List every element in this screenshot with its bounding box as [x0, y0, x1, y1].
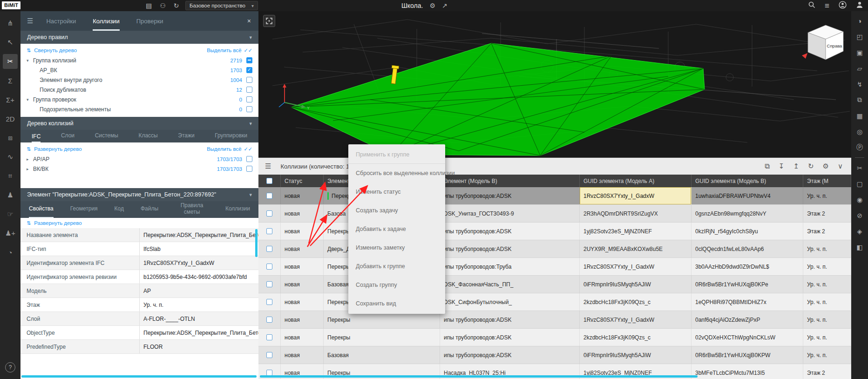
divider[interactable]: [855, 157, 864, 158]
volumes-icon[interactable]: ⧉: [854, 94, 866, 106]
select-icon[interactable]: ↖: [3, 35, 18, 50]
rules-tree-row[interactable]: ▾ Группа проверок 0: [20, 95, 258, 104]
expand-arrow-icon[interactable]: ▾: [27, 58, 33, 63]
context-menu-item[interactable]: Применить к группе: [348, 145, 445, 164]
settings-icon[interactable]: ⚙: [823, 162, 829, 170]
section-collision-tree[interactable]: Дерево коллизий ▾: [20, 117, 258, 130]
row-checkbox[interactable]: [266, 299, 272, 305]
element-tab[interactable]: Код: [115, 201, 124, 218]
rule-checkbox[interactable]: [246, 87, 252, 93]
context-menu-item[interactable]: Сбросить все выделенные коллизии: [348, 164, 445, 183]
users-add-icon[interactable]: ♟+: [3, 226, 18, 241]
row-checkbox[interactable]: [266, 334, 272, 340]
transparent-icon[interactable]: ◧: [854, 241, 866, 253]
context-menu-item[interactable]: Добавить к группе: [348, 257, 445, 276]
table-row[interactable]: новая Перекры ипы трубопроводов:ADSK 1Rv…: [258, 187, 851, 205]
collapse-icon[interactable]: ∨: [838, 162, 843, 170]
checks-icon[interactable]: Σ: [3, 73, 18, 88]
col-header-element-b[interactable]: Элемент (Модель B): [440, 175, 580, 187]
collision-tree-tab[interactable]: Классы: [138, 132, 157, 142]
select-all-link[interactable]: Выделить всё: [207, 146, 241, 152]
horizontal-scrollbar[interactable]: [260, 375, 698, 378]
collision-tree-tab[interactable]: Слои: [61, 132, 75, 142]
select-all-link[interactable]: Выделить всё: [207, 47, 241, 53]
col-header-guid-a[interactable]: GUID элемента (Модель A): [580, 175, 692, 187]
dashboard-icon[interactable]: ◔: [3, 245, 18, 260]
context-menu-item[interactable]: Изменить заметку: [348, 238, 445, 257]
focus-icon[interactable]: ◎: [854, 126, 866, 137]
element-tab[interactable]: Геометрия: [70, 201, 98, 218]
row-checkbox[interactable]: [266, 352, 272, 358]
appearance-icon[interactable]: ◑: [854, 15, 866, 27]
expand-arrow-icon[interactable]: ▾: [27, 97, 33, 102]
refresh-icon[interactable]: ↻: [808, 162, 814, 170]
select-all-checkbox[interactable]: [266, 178, 272, 184]
horizontal-scrollbar[interactable]: [21, 375, 257, 378]
chevron-down-icon[interactable]: ▾: [249, 34, 252, 41]
table-row[interactable]: новая Дверь_Д ипы трубопроводов:ADSK 2UY…: [258, 240, 851, 258]
grid-icon[interactable]: ▦: [854, 110, 866, 122]
table-row[interactable]: новая Перекры DSK_СифонБутылочный_ 2kzdb…: [258, 293, 851, 311]
clip-scissors-icon[interactable]: ✂: [854, 162, 866, 174]
panel-menu-icon[interactable]: ☰: [27, 17, 33, 25]
panel-tab[interactable]: Коллизии: [93, 11, 119, 31]
handover-icon[interactable]: ☞: [3, 207, 18, 222]
expand-arrow-icon[interactable]: ▸: [27, 157, 33, 162]
expand-arrow-icon[interactable]: ▸: [27, 167, 33, 171]
collision-tree-tab[interactable]: Системы: [95, 132, 118, 142]
element-tab[interactable]: Коллизии: [225, 201, 250, 218]
context-menu-item[interactable]: Создать группу: [348, 276, 445, 294]
element-tab[interactable]: Файлы: [141, 201, 158, 218]
rule-checkbox[interactable]: [246, 67, 252, 73]
expand-tree-link[interactable]: Развернуть дерево: [34, 146, 81, 152]
table-row[interactable]: новая Перекры ипы трубопроводов:ADSK 1Rv…: [258, 311, 851, 329]
context-menu-item[interactable]: Добавить к задаче: [348, 220, 445, 238]
checks-add-icon[interactable]: Σ+: [3, 92, 18, 107]
collision-tree-tab[interactable]: Этажи: [178, 132, 194, 142]
collapse-tree-link[interactable]: Свернуть дерево: [34, 47, 77, 53]
panel-tab[interactable]: Настройки: [46, 11, 76, 31]
import-icon[interactable]: ↥: [793, 162, 799, 170]
gear-icon[interactable]: ⚙: [429, 2, 435, 9]
row-checkbox[interactable]: [266, 317, 272, 323]
collision-tree-tab[interactable]: IFC: [32, 133, 41, 142]
chevron-down-icon[interactable]: ▾: [249, 192, 252, 198]
col-header-floor-a[interactable]: Этаж (М: [803, 175, 851, 187]
collision-tree-row[interactable]: ▸ АР/АР 1703/1703: [20, 154, 258, 164]
users-icon[interactable]: ♟: [3, 188, 18, 203]
isolate-icon[interactable]: ◈: [854, 225, 866, 237]
vertical-scrollbar[interactable]: [255, 229, 258, 257]
col-header-guid-b[interactable]: GUID элемента (Модель B): [692, 175, 803, 187]
table-row[interactable]: новая Базова DSK_Унитаз_ГОСТ30493-9 2R3h…: [258, 205, 851, 223]
collision-tree-row[interactable]: ▸ ВК/ВК 1703/1703: [20, 164, 258, 174]
collision-tree-tab[interactable]: Группировки: [215, 132, 247, 142]
plan-icon[interactable]: Ⓟ: [854, 142, 866, 153]
account-icon[interactable]: [839, 1, 847, 11]
toolbox-icon[interactable]: ▤: [146, 2, 152, 9]
element-tab[interactable]: Свойства: [29, 201, 54, 218]
structure-icon[interactable]: ⧈: [3, 130, 18, 145]
context-menu-item[interactable]: Создать задачу: [348, 201, 445, 220]
close-icon[interactable]: ×: [247, 17, 251, 25]
element-tab[interactable]: Правила сметы: [175, 201, 209, 218]
table-menu-icon[interactable]: ☰: [265, 162, 271, 170]
search-icon[interactable]: [808, 1, 815, 10]
rule-checkbox[interactable]: [246, 77, 252, 83]
context-menu-item[interactable]: Сохранить вид: [348, 294, 445, 313]
section-element[interactable]: Элемент "Перекрытие:ADSK_Перекрытие_Плит…: [20, 188, 258, 201]
table-row[interactable]: новая Перекры ипы трубопроводов:ADSK 2kz…: [258, 329, 851, 346]
user-icon[interactable]: [856, 1, 863, 10]
chevron-down-icon[interactable]: ▾: [249, 121, 252, 127]
table-row[interactable]: новая Базовая DSK_ФасоннаяЧасть_ПП_ 0iFR…: [258, 276, 851, 293]
section-icon[interactable]: ↯: [854, 78, 866, 90]
selection-cube-icon[interactable]: ◰: [854, 31, 866, 42]
collisions-icon[interactable]: ✂: [3, 54, 18, 69]
rules-tree-row[interactable]: ▾ Группа коллизий 2719: [20, 55, 258, 65]
row-checkbox[interactable]: [266, 246, 272, 252]
drawings-2d-icon[interactable]: 2D: [3, 111, 18, 126]
clip-box-icon[interactable]: ▢: [854, 178, 866, 190]
row-checkbox[interactable]: [266, 193, 272, 199]
list-menu-icon[interactable]: ≡: [825, 2, 829, 10]
expand-tree-link[interactable]: Развернуть дерево: [34, 220, 81, 226]
rule-checkbox[interactable]: [246, 106, 252, 112]
